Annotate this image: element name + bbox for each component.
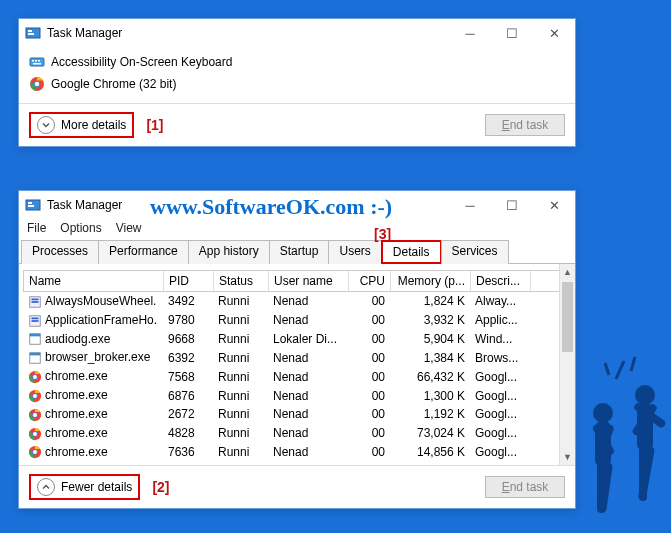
table-row[interactable]: chrome.exe4828RunniNenad0073,024 KGoogl.… — [23, 424, 571, 443]
process-icon — [28, 314, 42, 328]
tab-startup[interactable]: Startup — [269, 240, 330, 264]
scroll-thumb[interactable] — [562, 282, 573, 352]
process-row[interactable]: Accessibility On-Screen Keyboard — [29, 51, 565, 73]
end-task-button[interactable]: End task — [485, 476, 565, 498]
cell-user: Nenad — [268, 406, 348, 422]
col-description[interactable]: Descri... — [471, 271, 531, 291]
minimize-button[interactable]: ─ — [449, 19, 491, 47]
process-row[interactable]: Google Chrome (32 bit) — [29, 73, 565, 95]
table-row[interactable]: AlwaysMouseWheel.3492RunniNenad001,824 K… — [23, 292, 571, 311]
close-button[interactable]: ✕ — [533, 191, 575, 219]
task-manager-icon — [25, 197, 41, 213]
cell-name: chrome.exe — [23, 444, 163, 461]
table-row[interactable]: chrome.exe2672RunniNenad001,192 KGoogl..… — [23, 405, 571, 424]
col-memory[interactable]: Memory (p... — [391, 271, 471, 291]
table-body: AlwaysMouseWheel.3492RunniNenad001,824 K… — [23, 292, 571, 461]
menu-options[interactable]: Options — [60, 221, 101, 235]
cell-desc: Googl... — [470, 444, 530, 460]
cell-pid: 4828 — [163, 425, 213, 441]
tab-performance[interactable]: Performance — [98, 240, 189, 264]
cell-user: Nenad — [268, 425, 348, 441]
toggle-label: Fewer details — [61, 480, 132, 494]
menu-bar: File Options View — [19, 219, 575, 239]
table-row[interactable]: ApplicationFrameHo.9780RunniNenad003,932… — [23, 311, 571, 330]
end-task-button[interactable]: End task — [485, 114, 565, 136]
cell-pid: 3492 — [163, 293, 213, 309]
cell-pid: 6876 — [163, 388, 213, 404]
close-button[interactable]: ✕ — [533, 19, 575, 47]
svg-point-26 — [33, 375, 37, 379]
cell-cpu: 00 — [348, 312, 390, 328]
minimize-button[interactable]: ─ — [449, 191, 491, 219]
cell-user: Lokaler Di... — [268, 331, 348, 347]
cell-user: Nenad — [268, 388, 348, 404]
cell-status: Runni — [213, 369, 268, 385]
cell-status: Runni — [213, 312, 268, 328]
cell-cpu: 00 — [348, 425, 390, 441]
tab-processes[interactable]: Processes — [21, 240, 99, 264]
svg-rect-1 — [28, 30, 32, 32]
process-icon — [28, 427, 42, 441]
cell-desc: Googl... — [470, 425, 530, 441]
process-icon — [28, 295, 42, 309]
table-row[interactable]: audiodg.exe9668RunniLokaler Di...005,904… — [23, 330, 571, 349]
tab-details[interactable]: Details — [381, 240, 442, 264]
tab-app-history[interactable]: App history — [188, 240, 270, 264]
cell-status: Runni — [213, 406, 268, 422]
titlebar[interactable]: Task Manager ─ ☐ ✕ — [19, 19, 575, 47]
svg-point-35 — [33, 432, 37, 436]
col-user[interactable]: User name — [269, 271, 349, 291]
fewer-details-toggle[interactable]: Fewer details — [29, 474, 140, 500]
callout-1: [1] — [146, 117, 163, 133]
table-row[interactable]: chrome.exe7568RunniNenad0066,432 KGoogl.… — [23, 367, 571, 386]
cell-memory: 73,024 K — [390, 425, 470, 441]
cell-name: ApplicationFrameHo. — [23, 312, 163, 329]
watermark-text: www.SoftwareOK.com :-) — [150, 194, 392, 220]
cell-cpu: 00 — [348, 293, 390, 309]
menu-file[interactable]: File — [27, 221, 46, 235]
cell-pid: 7568 — [163, 369, 213, 385]
cell-memory: 1,192 K — [390, 406, 470, 422]
svg-rect-21 — [30, 334, 41, 337]
cell-user: Nenad — [268, 293, 348, 309]
cell-name: chrome.exe — [23, 387, 163, 404]
process-list: Accessibility On-Screen Keyboard Google … — [19, 47, 575, 103]
svg-rect-6 — [38, 60, 40, 62]
chrome-icon — [29, 76, 45, 92]
cell-status: Runni — [213, 425, 268, 441]
svg-point-45 — [635, 385, 655, 405]
cell-name: browser_broker.exe — [23, 349, 163, 366]
cell-memory: 5,904 K — [390, 331, 470, 347]
cell-user: Nenad — [268, 350, 348, 366]
table-row[interactable]: chrome.exe7636RunniNenad0014,856 KGoogl.… — [23, 443, 571, 462]
scroll-up-icon[interactable]: ▲ — [560, 264, 575, 280]
process-icon — [28, 408, 42, 422]
col-pid[interactable]: PID — [164, 271, 214, 291]
col-status[interactable]: Status — [214, 271, 269, 291]
cell-name: chrome.exe — [23, 368, 163, 385]
cell-desc: Wind... — [470, 331, 530, 347]
cell-pid: 6392 — [163, 350, 213, 366]
tab-strip: Processes Performance App history Startu… — [19, 239, 575, 264]
cell-pid: 9668 — [163, 331, 213, 347]
menu-view[interactable]: View — [116, 221, 142, 235]
maximize-button[interactable]: ☐ — [491, 19, 533, 47]
table-row[interactable]: browser_broker.exe6392RunniNenad001,384 … — [23, 348, 571, 367]
table-header[interactable]: Name PID Status User name CPU Memory (p.… — [23, 270, 571, 292]
col-name[interactable]: Name — [24, 271, 164, 291]
tab-users[interactable]: Users — [328, 240, 381, 264]
process-icon — [28, 332, 42, 346]
col-cpu[interactable]: CPU — [349, 271, 391, 291]
svg-rect-23 — [30, 353, 41, 356]
cell-cpu: 00 — [348, 369, 390, 385]
more-details-toggle[interactable]: More details — [29, 112, 134, 138]
tab-services[interactable]: Services — [441, 240, 509, 264]
cell-status: Runni — [213, 388, 268, 404]
callout-2: [2] — [152, 479, 169, 495]
table-row[interactable]: chrome.exe6876RunniNenad001,300 KGoogl..… — [23, 386, 571, 405]
task-manager-detail-window: Task Manager ─ ☐ ✕ File Options View Pro… — [18, 190, 576, 509]
cell-memory: 1,384 K — [390, 350, 470, 366]
maximize-button[interactable]: ☐ — [491, 191, 533, 219]
task-manager-simple-window: Task Manager ─ ☐ ✕ Accessibility On-Scre… — [18, 18, 576, 147]
process-icon — [28, 351, 42, 365]
